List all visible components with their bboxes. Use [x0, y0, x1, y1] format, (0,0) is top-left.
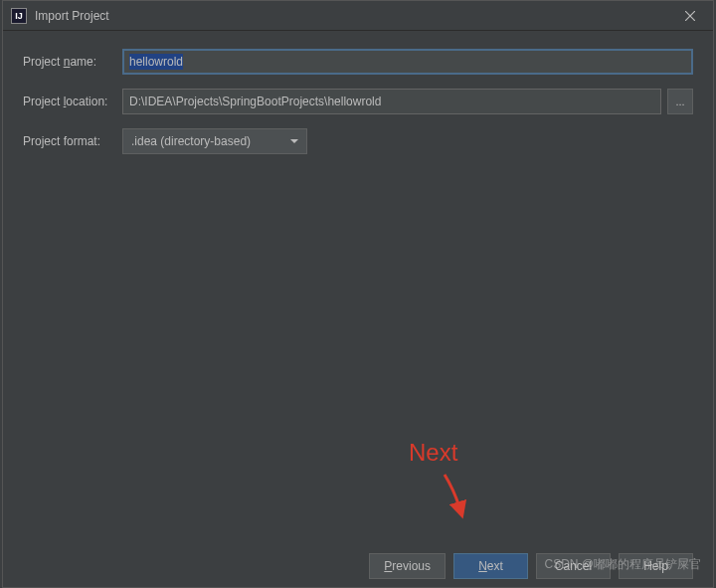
project-name-row: Project name: hellowrold: [23, 49, 693, 75]
previous-button[interactable]: Previous: [369, 553, 446, 579]
chevron-down-icon: [290, 139, 298, 143]
project-format-selected: .idea (directory-based): [131, 134, 251, 148]
titlebar: IJ Import Project: [3, 1, 713, 31]
dialog-content: Project name: hellowrold Project locatio…: [3, 31, 713, 186]
close-button[interactable]: [675, 4, 705, 28]
next-button[interactable]: Next: [453, 553, 528, 579]
cancel-button[interactable]: Cancel: [536, 553, 611, 579]
project-location-row: Project location: ...: [23, 89, 693, 114]
help-button[interactable]: Help: [619, 553, 693, 579]
project-name-label: Project name:: [23, 55, 122, 69]
import-project-dialog: IJ Import Project Project name: hellowro…: [2, 0, 714, 588]
project-name-input[interactable]: hellowrold: [122, 49, 693, 75]
project-format-dropdown[interactable]: .idea (directory-based): [122, 128, 307, 154]
annotation-arrow-icon: [437, 471, 476, 530]
project-location-label: Project location:: [23, 95, 122, 108]
close-icon: [685, 11, 695, 21]
window-title: Import Project: [35, 9, 675, 23]
project-format-row: Project format: .idea (directory-based): [23, 128, 693, 154]
browse-button[interactable]: ...: [667, 89, 693, 114]
project-format-label: Project format:: [23, 134, 122, 148]
annotation-text: Next: [409, 439, 457, 467]
project-name-value: hellowrold: [129, 54, 183, 70]
project-location-input[interactable]: [122, 89, 661, 114]
app-icon: IJ: [11, 8, 27, 24]
button-bar: Previous Next Cancel Help: [369, 553, 693, 579]
